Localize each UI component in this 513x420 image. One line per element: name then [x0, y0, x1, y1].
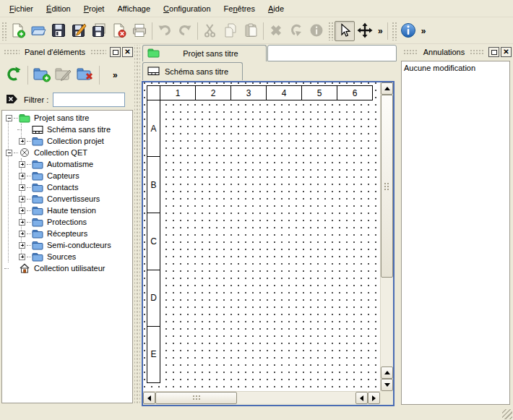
tab-schema[interactable]: Schéma sans titre: [142, 62, 243, 80]
elements-panel-header[interactable]: Panel d'éléments ✕: [0, 45, 134, 59]
close-icon: ✕: [503, 48, 509, 56]
undo-list-item[interactable]: Aucune modification: [402, 61, 509, 74]
tree-item-sources[interactable]: Sources: [2, 251, 132, 262]
menu-projet[interactable]: Projet: [77, 2, 111, 15]
close-dock-button[interactable]: ✕: [501, 47, 512, 57]
tree-item-contacts[interactable]: Contacts: [2, 181, 132, 193]
close-dock-button[interactable]: ✕: [122, 47, 133, 57]
rotate-button[interactable]: [286, 21, 306, 41]
new-project-button[interactable]: [8, 21, 28, 41]
size-grip[interactable]: [502, 409, 512, 419]
vertical-scroll-thumb[interactable]: [381, 95, 393, 278]
menu-aide[interactable]: Aide: [262, 2, 290, 15]
clear-filter-icon[interactable]: [6, 94, 18, 106]
tree-item-automatisme[interactable]: Automatisme: [2, 158, 132, 170]
horizontal-scrollbar[interactable]: [143, 391, 380, 403]
undo-history-list[interactable]: Aucune modification: [401, 61, 510, 405]
schema-view[interactable]: 1 2 3 4 5 6 A B C D E: [142, 81, 395, 406]
pan-mode-button[interactable]: [355, 21, 375, 41]
dock-splitter[interactable]: [134, 45, 140, 405]
save-all-button[interactable]: [89, 21, 109, 41]
float-dock-button[interactable]: [488, 47, 499, 57]
tree-item-recepteurs[interactable]: Récepteurs: [2, 228, 132, 239]
tab-projet[interactable]: Projet sans titre: [142, 45, 267, 61]
tree-item-protections[interactable]: Protections: [2, 216, 132, 228]
save-as-button[interactable]: [69, 21, 89, 41]
toolbar-overflow-button[interactable]: »: [418, 26, 428, 36]
scroll-up-button[interactable]: [381, 82, 393, 95]
tree-item-collection-qet[interactable]: Collection QET: [2, 147, 132, 158]
print-button[interactable]: [129, 21, 150, 41]
horizontal-scroll-thumb[interactable]: [155, 392, 237, 404]
panel-overflow-button[interactable]: »: [113, 70, 117, 80]
tree-item-haute-tension[interactable]: Haute tension: [2, 205, 132, 216]
tree-item-collection-projet[interactable]: Collection projet: [2, 135, 132, 147]
tree-item-collection-utilisateur[interactable]: Collection utilisateur: [2, 262, 132, 274]
menu-configuration[interactable]: Configuration: [157, 2, 217, 15]
tree-item-capteurs[interactable]: Capteurs: [2, 170, 132, 181]
vertical-scrollbar[interactable]: [380, 82, 392, 391]
tree-item-convertisseurs[interactable]: Convertisseurs: [2, 193, 132, 205]
open-folder-icon: [30, 22, 46, 40]
schema-canvas[interactable]: 1 2 3 4 5 6 A B C D E: [143, 82, 380, 391]
toolbar-overflow-button[interactable]: »: [375, 26, 385, 36]
info-icon: [400, 22, 417, 40]
tree-item-schema[interactable]: Schéma sans titre: [2, 124, 132, 135]
scroll-up-button-2[interactable]: [381, 367, 393, 379]
expand-icon[interactable]: [19, 184, 25, 191]
float-dock-button[interactable]: [110, 47, 121, 57]
about-button[interactable]: [398, 21, 418, 41]
new-category-button[interactable]: [31, 64, 53, 86]
row-header: B: [147, 156, 160, 213]
print-icon: [132, 22, 147, 40]
tree-item-project[interactable]: Projet sans titre: [2, 112, 132, 124]
close-file-button[interactable]: [109, 21, 129, 41]
undo-dock-header[interactable]: Annulations ✕: [400, 45, 513, 59]
selection-mode-button[interactable]: [335, 21, 355, 41]
copy-button[interactable]: [220, 21, 241, 41]
open-project-button[interactable]: [28, 21, 48, 41]
delete-button[interactable]: [266, 21, 286, 41]
toolbar-handle[interactable]: [392, 22, 397, 40]
delete-category-button[interactable]: [74, 64, 96, 86]
toolbar-handle[interactable]: [328, 22, 333, 40]
expand-icon[interactable]: [19, 196, 25, 202]
expand-icon[interactable]: [19, 207, 25, 214]
menu-affichage[interactable]: Affichage: [111, 2, 157, 15]
collapse-icon[interactable]: [6, 115, 12, 121]
expand-icon[interactable]: [19, 231, 25, 237]
menu-edition[interactable]: Édition: [40, 2, 77, 15]
dock-handle-texture: [470, 49, 485, 56]
save-as-icon: [71, 22, 87, 40]
menu-fenetres[interactable]: Fenêtres: [217, 2, 262, 15]
paste-icon: [243, 22, 259, 40]
save-button[interactable]: [48, 21, 69, 41]
expand-icon[interactable]: [19, 138, 25, 145]
edit-category-button[interactable]: [53, 64, 74, 86]
reload-collections-button[interactable]: [3, 64, 25, 86]
redo-button[interactable]: [175, 21, 195, 41]
expand-icon[interactable]: [19, 254, 25, 260]
scroll-right-button[interactable]: [368, 392, 380, 404]
cut-button[interactable]: [200, 21, 220, 41]
arrow-up-icon: [384, 87, 390, 90]
expand-icon[interactable]: [19, 161, 25, 168]
paste-button[interactable]: [241, 21, 261, 41]
filter-input[interactable]: [53, 93, 125, 107]
element-info-button[interactable]: [306, 21, 327, 41]
menu-fichier[interactable]: Fichier: [3, 2, 40, 15]
collapse-icon[interactable]: [6, 150, 12, 156]
tree-item-semi-conducteurs[interactable]: Semi-conducteurs: [2, 239, 132, 251]
folder-icon: [32, 252, 43, 262]
scroll-down-button[interactable]: [381, 379, 393, 391]
move-icon: [357, 22, 373, 40]
scroll-left-button[interactable]: [143, 392, 155, 404]
toolbar-handle[interactable]: [1, 22, 7, 40]
reload-icon: [5, 66, 22, 85]
expand-icon[interactable]: [19, 219, 25, 226]
expand-icon[interactable]: [19, 242, 25, 249]
save-icon: [51, 22, 66, 40]
scroll-left-button-2[interactable]: [355, 392, 368, 404]
undo-button[interactable]: [155, 21, 175, 41]
expand-icon[interactable]: [19, 173, 25, 179]
